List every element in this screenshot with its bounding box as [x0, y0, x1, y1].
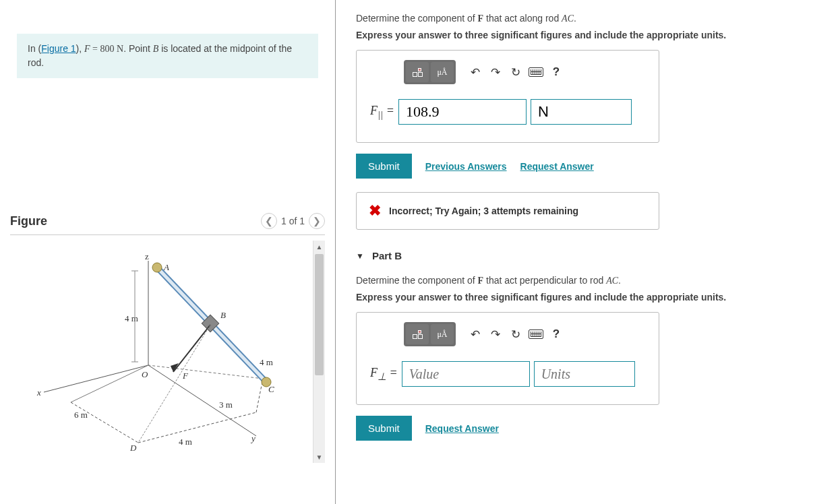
special-chars-button[interactable]: μÅ	[431, 62, 454, 82]
svg-line-13	[173, 325, 210, 372]
lbl-4m-3: 4 m	[179, 437, 192, 447]
lbl-F: F	[182, 371, 189, 381]
figure-next-button[interactable]: ❯	[309, 213, 325, 229]
pa-p1e: .	[574, 13, 576, 24]
lbl-O: O	[142, 369, 148, 379]
figure-page-indicator: 1 of 1	[281, 216, 305, 226]
ps-t2: . Point	[123, 43, 153, 54]
pa-value-input[interactable]	[398, 99, 527, 125]
lbl-4m-2: 4 m	[260, 357, 273, 367]
keyboard-icon	[529, 67, 543, 77]
pb-p1e: .	[618, 275, 621, 286]
lbl-y: y	[250, 433, 256, 443]
problem-statement: In (Figure 1), F = 800 N. Point B is loc…	[17, 34, 318, 78]
keyboard-button[interactable]	[526, 63, 546, 82]
part-b-title: Part B	[372, 250, 402, 261]
pa-units-input[interactable]	[531, 99, 632, 125]
template-button[interactable]	[406, 62, 429, 82]
pb-submit-row: Submit Request Answer	[356, 416, 833, 441]
template-button[interactable]	[406, 324, 429, 344]
pb-prompt: Determine the component of F that act pe…	[356, 275, 833, 286]
ps-force-var: F	[84, 44, 90, 54]
lbl-4m-1: 4 m	[125, 313, 138, 323]
ps-t1: ),	[76, 43, 84, 54]
redo-button[interactable]: ↷	[485, 63, 506, 82]
part-b: Determine the component of F that act pe…	[356, 275, 833, 441]
svg-line-1	[148, 365, 256, 436]
keyboard-button[interactable]	[526, 325, 546, 344]
pa-feedback: ✖ Incorrect; Try Again; 3 attempts remai…	[356, 192, 659, 230]
reset-button[interactable]: ↻	[506, 63, 526, 82]
figure-link[interactable]: Figure 1	[41, 43, 76, 54]
figure-image: z A 4 m B O F 4 m C 3 m x 6 m D 4 m y	[10, 241, 313, 463]
keyboard-icon	[529, 329, 543, 339]
redo-button[interactable]: ↷	[485, 325, 506, 344]
pb-tool-group: μÅ	[404, 322, 456, 346]
lbl-A: A	[163, 262, 169, 272]
pa-var-label: F|| =	[370, 104, 394, 121]
template-icon	[413, 68, 423, 77]
pa-previous-answers-link[interactable]: Previous Answers	[425, 161, 507, 172]
pa-p1c: that act along rod	[483, 13, 562, 24]
pb-submit-button[interactable]: Submit	[356, 416, 412, 441]
part-a: Determine the component of F that act al…	[356, 13, 833, 230]
pb-p1a: Determine the component of	[356, 275, 478, 286]
lbl-D: D	[129, 443, 137, 453]
scroll-thumb[interactable]	[315, 254, 324, 375]
part-b-header[interactable]: ▼ Part B	[356, 250, 833, 261]
svg-line-5	[138, 412, 256, 443]
reset-button[interactable]: ↻	[506, 325, 526, 344]
svg-line-4	[71, 402, 138, 443]
pa-p1a: Determine the component of	[356, 13, 478, 24]
incorrect-icon: ✖	[369, 202, 381, 220]
figure-nav: ❮ 1 of 1 ❯	[261, 213, 325, 229]
pb-answer-box: μÅ ↶ ↷ ↻ ? F⊥ =	[356, 312, 659, 405]
lbl-6m: 6 m	[74, 410, 88, 420]
svg-line-15	[138, 325, 210, 443]
lbl-B: B	[220, 310, 226, 320]
left-panel: In (Figure 1), F = 800 N. Point B is loc…	[0, 0, 336, 504]
lbl-z: z	[145, 251, 149, 261]
undo-button[interactable]: ↶	[465, 63, 485, 82]
pb-var-label: F⊥ =	[370, 366, 398, 383]
svg-point-10	[152, 263, 162, 272]
pa-submit-row: Submit Previous Answers Request Answer	[356, 154, 833, 179]
pb-p1d: AC	[606, 276, 618, 286]
pb-units-input[interactable]	[534, 361, 635, 387]
figure-area: z A 4 m B O F 4 m C 3 m x 6 m D 4 m y	[10, 241, 325, 463]
svg-line-3	[71, 365, 148, 402]
lbl-3m: 3 m	[219, 400, 233, 410]
figure-scrollbar[interactable]: ▲ ▼	[313, 241, 325, 463]
undo-button[interactable]: ↶	[465, 325, 485, 344]
pa-answer-box: μÅ ↶ ↷ ↻ ? F|| =	[356, 50, 659, 143]
pb-request-answer-link[interactable]: Request Answer	[425, 423, 499, 434]
pb-value-input[interactable]	[402, 361, 530, 387]
ps-force-eq: = 800 N	[90, 44, 124, 54]
pa-prompt-bold: Express your answer to three significant…	[356, 30, 833, 40]
caret-down-icon: ▼	[356, 251, 364, 261]
help-button[interactable]: ?	[546, 325, 566, 344]
pa-answer-row: F|| =	[370, 99, 645, 125]
scroll-up-icon[interactable]: ▲	[313, 241, 325, 253]
pb-p1c: that act perpendicular to rod	[483, 275, 606, 286]
help-button[interactable]: ?	[546, 63, 566, 82]
pa-toolbar: μÅ ↶ ↷ ↻ ?	[404, 60, 645, 84]
scroll-down-icon[interactable]: ▼	[313, 451, 325, 463]
svg-line-0	[44, 365, 148, 392]
pb-answer-row: F⊥ =	[370, 361, 645, 387]
figure-header: Figure ❮ 1 of 1 ❯	[10, 213, 325, 235]
pa-request-answer-link[interactable]: Request Answer	[520, 161, 594, 172]
pb-prompt-bold: Express your answer to three significant…	[356, 292, 833, 303]
lbl-x: x	[36, 387, 41, 398]
pb-toolbar: μÅ ↶ ↷ ↻ ?	[404, 322, 645, 346]
pa-p1d: AC	[562, 13, 574, 24]
pa-submit-button[interactable]: Submit	[356, 154, 412, 179]
pa-tool-group: μÅ	[404, 60, 456, 84]
figure-svg: z A 4 m B O F 4 m C 3 m x 6 m D 4 m y	[24, 247, 300, 456]
pa-p1b: F	[478, 13, 484, 24]
ps-prefix: In (	[28, 43, 41, 54]
pa-prompt: Determine the component of F that act al…	[356, 13, 833, 24]
special-chars-button[interactable]: μÅ	[431, 324, 454, 344]
figure-prev-button[interactable]: ❮	[261, 213, 277, 229]
template-icon	[413, 330, 423, 339]
